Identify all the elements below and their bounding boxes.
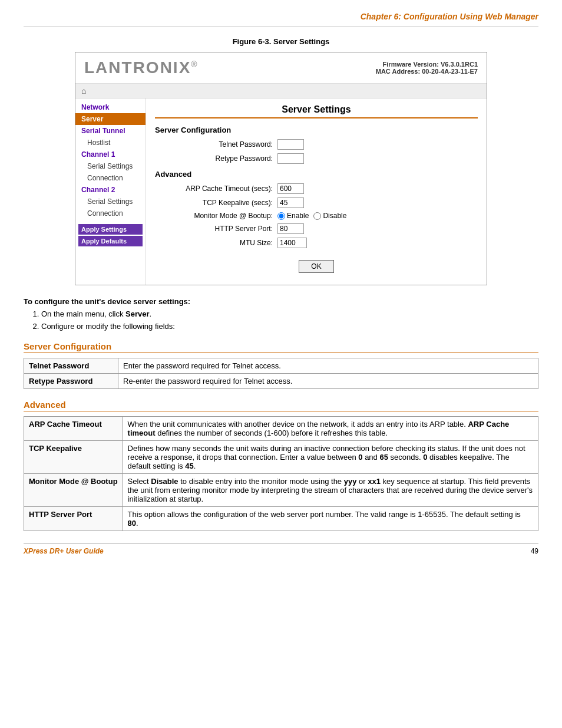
field-telnet-password: Telnet Password xyxy=(24,358,118,374)
desc-arp-cache: When the unit communicates with another … xyxy=(123,417,538,441)
mtu-row: MTU Size: xyxy=(155,238,478,248)
arp-cache-label: ARP Cache Timeout (secs): xyxy=(155,185,273,193)
figure-title: Figure 6-3. Server Settings xyxy=(24,37,538,46)
sidebar-item-hostlist[interactable]: Hostlist xyxy=(75,137,146,149)
retype-password-label: Retype Password: xyxy=(155,154,273,163)
firmware-version: V6.3.0.1RC1 xyxy=(441,61,478,68)
sidebar-item-network[interactable]: Network xyxy=(75,101,146,113)
firmware-info: Firmware Version: V6.3.0.1RC1 MAC Addres… xyxy=(376,61,478,75)
desc-monitor-mode: Select Disable to disable entry into the… xyxy=(123,474,538,507)
disable-label: Disable xyxy=(323,212,346,220)
sidebar: Network Server Serial Tunnel Hostlist Ch… xyxy=(75,98,146,285)
field-tcp-keepalive: TCP Keepalive xyxy=(24,441,123,474)
instruction-step-1: On the main menu, click Server. xyxy=(41,309,538,318)
field-retype-password: Retype Password xyxy=(24,374,118,389)
sidebar-item-server[interactable]: Server xyxy=(75,113,146,125)
server-config-heading: Server Configuration xyxy=(155,126,478,134)
telnet-password-input[interactable] xyxy=(277,139,304,150)
telnet-password-label: Telnet Password: xyxy=(155,140,273,149)
sidebar-item-serial-tunnel[interactable]: Serial Tunnel xyxy=(75,125,146,137)
retype-password-input[interactable] xyxy=(277,153,304,164)
firmware-label: Firmware Version: xyxy=(383,61,439,68)
tcp-keepalive-row: TCP Keepalive (secs): xyxy=(155,197,478,208)
desc-http-port: This option allows the configuration of … xyxy=(123,507,538,531)
field-arp-cache: ARP Cache Timeout xyxy=(24,417,123,441)
mac-label: MAC Address: xyxy=(376,68,420,75)
content-title: Server Settings xyxy=(155,104,478,118)
enable-radio-label[interactable]: Enable xyxy=(277,212,309,220)
tcp-keepalive-input[interactable] xyxy=(277,197,304,208)
arp-cache-input[interactable] xyxy=(277,183,304,194)
enable-radio[interactable] xyxy=(277,212,285,220)
sidebar-item-serial-settings-2[interactable]: Serial Settings xyxy=(75,196,146,207)
arp-cache-row: ARP Cache Timeout (secs): xyxy=(155,183,478,194)
advanced-table: ARP Cache Timeout When the unit communic… xyxy=(24,416,538,531)
ui-content: Server Settings Server Configuration Tel… xyxy=(146,98,487,285)
sidebar-item-channel1[interactable]: Channel 1 xyxy=(75,149,146,160)
desc-telnet-password: Enter the password required for Telnet a… xyxy=(118,358,538,374)
sidebar-item-connection-2[interactable]: Connection xyxy=(75,207,146,219)
field-http-port: HTTP Server Port xyxy=(24,507,123,531)
advanced-heading: Advanced xyxy=(155,170,478,179)
mtu-label: MTU Size: xyxy=(155,239,273,247)
table-row: Telnet Password Enter the password requi… xyxy=(24,358,538,374)
instruction-step-2: Configure or modify the following fields… xyxy=(41,322,538,331)
server-config-table: Telnet Password Enter the password requi… xyxy=(24,358,538,389)
table-row: ARP Cache Timeout When the unit communic… xyxy=(24,417,538,441)
ui-header: LANTRONIX® Firmware Version: V6.3.0.1RC1… xyxy=(75,52,487,84)
ui-main: Network Server Serial Tunnel Hostlist Ch… xyxy=(75,98,487,285)
sidebar-item-connection-1[interactable]: Connection xyxy=(75,172,146,184)
http-port-label: HTTP Server Port: xyxy=(155,225,273,233)
retype-password-row: Retype Password: xyxy=(155,153,478,164)
disable-radio-label[interactable]: Disable xyxy=(313,212,346,220)
field-monitor-mode: Monitor Mode @ Bootup xyxy=(24,474,123,507)
sidebar-item-apply-settings[interactable]: Apply Settings xyxy=(78,224,143,235)
desc-retype-password: Re-enter the password required for Telne… xyxy=(118,374,538,389)
http-port-row: HTTP Server Port: xyxy=(155,223,478,234)
tcp-keepalive-label: TCP Keepalive (secs): xyxy=(155,199,273,207)
mtu-input[interactable] xyxy=(277,238,307,248)
page-footer: XPress DR+ User Guide 49 xyxy=(24,543,538,555)
monitor-mode-radio-group: Enable Disable xyxy=(277,212,346,220)
sidebar-item-channel2[interactable]: Channel 2 xyxy=(75,184,146,196)
telnet-password-row: Telnet Password: xyxy=(155,139,478,150)
advanced-section-title: Advanced xyxy=(24,400,538,411)
desc-tcp-keepalive: Defines how many seconds the unit waits … xyxy=(123,441,538,474)
nav-bar: ⌂ xyxy=(75,84,487,98)
mac-address: 00-20-4A-23-11-E7 xyxy=(422,68,478,75)
server-config-section-title: Server Configuration xyxy=(24,341,538,353)
ok-button[interactable]: OK xyxy=(299,260,333,273)
footer-right: 49 xyxy=(531,547,538,555)
footer-left: XPress DR+ User Guide xyxy=(24,547,104,555)
sidebar-item-serial-settings-1[interactable]: Serial Settings xyxy=(75,160,146,172)
instructions-heading: To configure the unit's device server se… xyxy=(24,297,190,306)
logo: LANTRONIX® xyxy=(84,58,198,77)
table-row: TCP Keepalive Defines how many seconds t… xyxy=(24,441,538,474)
monitor-mode-label: Monitor Mode @ Bootup: xyxy=(155,212,273,220)
disable-radio[interactable] xyxy=(313,212,321,220)
ui-screenshot-box: LANTRONIX® Firmware Version: V6.3.0.1RC1… xyxy=(75,52,487,285)
http-port-input[interactable] xyxy=(277,223,304,234)
chapter-header: Chapter 6: Configuration Using Web Manag… xyxy=(24,12,538,27)
sidebar-item-apply-defaults[interactable]: Apply Defaults xyxy=(78,236,143,246)
monitor-mode-row: Monitor Mode @ Bootup: Enable Disable xyxy=(155,212,478,220)
table-row: Retype Password Re-enter the password re… xyxy=(24,374,538,389)
table-row: HTTP Server Port This option allows the … xyxy=(24,507,538,531)
table-row: Monitor Mode @ Bootup Select Disable to … xyxy=(24,474,538,507)
home-icon[interactable]: ⌂ xyxy=(81,86,86,95)
instructions: To configure the unit's device server se… xyxy=(24,297,538,331)
enable-label: Enable xyxy=(287,212,309,220)
